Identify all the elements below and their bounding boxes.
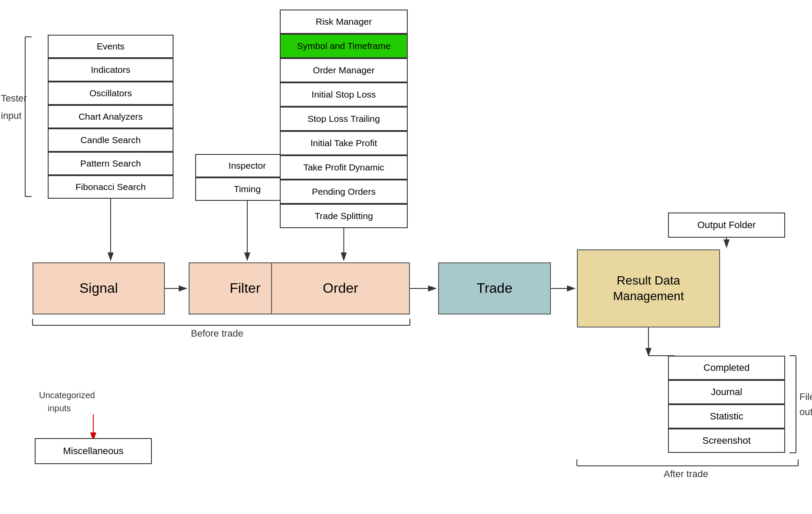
diagram-container: EventsIndicatorsOscillatorsChart Analyze… bbox=[0, 0, 812, 514]
signal-input-candle_search: Candle Search bbox=[48, 128, 174, 152]
output-statistic: Statistic bbox=[668, 404, 785, 429]
output-folder-box: Output Folder bbox=[668, 213, 785, 238]
order-input-take_profit_dynamic: Take Profit Dynamic bbox=[280, 155, 408, 180]
order-input-pending_orders: Pending Orders bbox=[280, 180, 408, 204]
signal-box: Signal bbox=[33, 262, 165, 314]
order-input-stop_loss_trailing: Stop Loss Trailing bbox=[280, 107, 408, 131]
file-output-label-1: File bbox=[799, 391, 812, 403]
output-journal: Journal bbox=[668, 380, 785, 404]
file-output-label-2: output bbox=[799, 406, 812, 418]
output-screenshot: Screenshot bbox=[668, 429, 785, 453]
trade-box: Trade bbox=[438, 262, 551, 314]
after-trade-label: After trade bbox=[664, 468, 708, 480]
order-box: Order bbox=[271, 262, 410, 314]
signal-input-pattern_search: Pattern Search bbox=[48, 152, 174, 175]
order-input-symbol_timeframe: Symbol and Timeframe bbox=[280, 34, 408, 58]
misc-box: Miscellaneous bbox=[35, 438, 152, 464]
order-input-initial_take_profit: Initial Take Profit bbox=[280, 131, 408, 155]
signal-input-indicators: Indicators bbox=[48, 58, 174, 82]
signal-input-chart_analyzers: Chart Analyzers bbox=[48, 105, 174, 128]
tester-label-2: input bbox=[1, 110, 22, 121]
order-input-order_manager: Order Manager bbox=[280, 58, 408, 82]
before-trade-label: Before trade bbox=[191, 328, 243, 339]
signal-input-oscillators: Oscillators bbox=[48, 82, 174, 105]
tester-label-1: Tester bbox=[1, 93, 27, 104]
signal-input-fibonacci_search: Fibonacci Search bbox=[48, 175, 174, 199]
output-completed: Completed bbox=[668, 356, 785, 380]
order-input-trade_splitting: Trade Splitting bbox=[280, 204, 408, 228]
order-input-initial_stop_loss: Initial Stop Loss bbox=[280, 82, 408, 107]
order-input-risk_manager: Risk Manager bbox=[280, 10, 408, 34]
uncategorized-label-1: Uncategorized bbox=[39, 390, 95, 400]
signal-input-events: Events bbox=[48, 35, 174, 58]
rdm-box: Result Data Management bbox=[577, 249, 720, 327]
uncategorized-label-2: inputs bbox=[48, 403, 71, 413]
